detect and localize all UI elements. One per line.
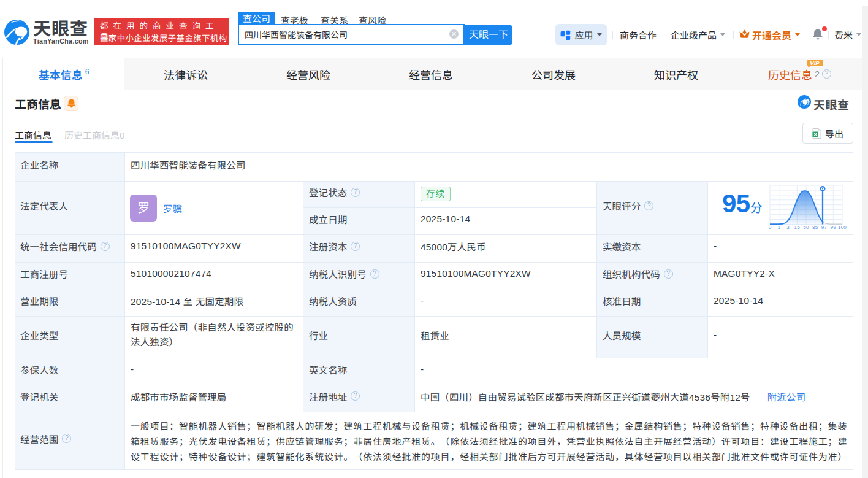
svg-text:85: 85	[812, 225, 818, 230]
svg-text:1: 1	[777, 225, 780, 230]
svg-text:97: 97	[821, 225, 828, 230]
svg-text:100: 100	[838, 225, 847, 230]
svg-text:50: 50	[803, 225, 809, 230]
svg-text:VIP: VIP	[810, 60, 820, 66]
svg-text:3: 3	[786, 225, 790, 230]
svg-text:15: 15	[794, 225, 800, 230]
svg-text:99: 99	[830, 225, 836, 230]
svg-text:0: 0	[769, 225, 772, 230]
